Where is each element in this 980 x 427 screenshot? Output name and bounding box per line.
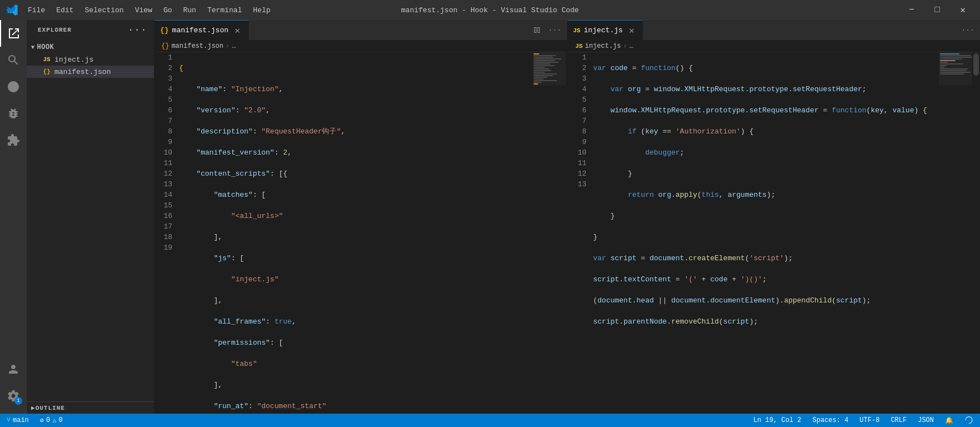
- code-content-left: { "name": "Injection", "version": "2.0",…: [177, 52, 533, 414]
- scrollbar-thumb-right[interactable]: [973, 53, 979, 76]
- scrollbar-right[interactable]: [972, 52, 980, 414]
- tab-manifest-close[interactable]: ✕: [232, 25, 243, 36]
- spaces-text: Spaces: 4: [813, 416, 849, 424]
- activity-bar-top: [0, 20, 27, 153]
- git-branch[interactable]: ⑂ main: [4, 414, 31, 427]
- activity-debug[interactable]: [0, 100, 27, 127]
- no-sync-icon[interactable]: [962, 414, 976, 427]
- language-mode[interactable]: JSON: [916, 414, 936, 427]
- activity-explorer[interactable]: [0, 20, 27, 47]
- more-actions-left[interactable]: ···: [547, 22, 563, 38]
- manifest-filename: manifest.json: [54, 68, 111, 76]
- tab-bar-container: {} manifest.json ✕ ··· JS inject.js ✕: [155, 20, 980, 40]
- tab-manifest[interactable]: {} manifest.json ✕: [155, 20, 249, 40]
- sidebar-header: Explorer ···: [27, 20, 154, 40]
- editor-area: {} manifest.json ✕ ··· JS inject.js ✕: [155, 20, 980, 414]
- breadcrumb-sep-right: ›: [623, 42, 627, 50]
- line-numbers-left: 12345 678910 1112131415 16171819: [155, 52, 177, 414]
- code-editor-left[interactable]: 12345 678910 1112131415 16171819 { "name…: [155, 52, 566, 414]
- activity-extensions[interactable]: [0, 127, 27, 153]
- sidebar: Explorer ··· ▼ HOOK JS inject.js {} mani…: [27, 20, 155, 414]
- warning-count: 0: [58, 416, 62, 424]
- editor-panel-right: JS inject.js › … 12345 678910 111213 var…: [569, 40, 980, 414]
- minimize-button[interactable]: −: [899, 0, 924, 20]
- activity-bar-bottom: 1: [0, 356, 27, 414]
- folder-arrow: ▼: [31, 44, 35, 51]
- breadcrumb-sep: ›: [226, 42, 230, 50]
- menu-go[interactable]: Go: [158, 4, 178, 17]
- breadcrumb-left-file[interactable]: manifest.json: [171, 42, 223, 50]
- encoding-text: UTF-8: [859, 416, 879, 424]
- menu-terminal[interactable]: Terminal: [202, 4, 247, 17]
- tab-manifest-label: manifest.json: [172, 26, 228, 34]
- left-tab-actions: ···: [525, 20, 567, 40]
- explorer-title: Explorer: [38, 27, 72, 33]
- line-ending-text: CRLF: [891, 416, 907, 424]
- right-tab-bar: JS inject.js ✕ ···: [568, 20, 980, 40]
- activity-source-control[interactable]: [0, 73, 27, 100]
- explorer-menu[interactable]: ···: [128, 25, 147, 35]
- split-editor-button[interactable]: [529, 22, 545, 38]
- menu-view[interactable]: View: [130, 4, 158, 17]
- maximize-button[interactable]: □: [924, 0, 950, 20]
- menu-edit[interactable]: Edit: [51, 4, 79, 17]
- menu-selection[interactable]: Selection: [79, 4, 129, 17]
- inject-filename: inject.js: [54, 56, 93, 64]
- tab-manifest-icon: {}: [160, 26, 169, 34]
- minimap-left: [533, 52, 566, 414]
- indentation[interactable]: Spaces: 4: [810, 414, 851, 427]
- tab-inject-label: inject.js: [584, 26, 623, 34]
- json-file-icon: {}: [42, 67, 51, 76]
- title-bar-menu: File Edit Selection View Go Run Terminal…: [22, 4, 276, 17]
- title-bar-left: File Edit Selection View Go Run Terminal…: [4, 2, 276, 18]
- notifications-icon[interactable]: 🔔: [943, 414, 956, 427]
- line-numbers-right: 12345 678910 111213: [569, 52, 591, 414]
- outline-arrow: ▶: [31, 404, 36, 411]
- sidebar-folder[interactable]: ▼ HOOK: [27, 41, 154, 53]
- language-text: JSON: [918, 416, 934, 424]
- encoding[interactable]: UTF-8: [857, 414, 882, 427]
- sidebar-file-inject[interactable]: JS inject.js: [27, 53, 154, 66]
- line-ending[interactable]: CRLF: [888, 414, 909, 427]
- sidebar-section: ▼ HOOK JS inject.js {} manifest.json: [27, 40, 154, 79]
- bell-icon: 🔔: [945, 416, 953, 425]
- breadcrumb-json-icon: {}: [161, 42, 169, 50]
- window-title: manifest.json - Hook - Visual Studio Cod…: [401, 6, 579, 14]
- git-icon: ⑂: [7, 416, 11, 424]
- breadcrumb-right-path[interactable]: …: [629, 42, 633, 50]
- main-layout: 1 Explorer ··· ▼ HOOK JS inject.js {} ma…: [0, 20, 980, 414]
- position-text: Ln 19, Col 2: [753, 416, 801, 424]
- breadcrumb-right-file[interactable]: inject.js: [585, 42, 621, 50]
- warning-icon: ⚠: [52, 416, 56, 425]
- breadcrumb-left-path[interactable]: …: [232, 42, 236, 50]
- status-bar: ⑂ main ⊘ 0 ⚠ 0 Ln 19, Col 2 Spaces: 4 UT…: [0, 414, 980, 427]
- settings-badge: 1: [14, 397, 22, 405]
- outline-header[interactable]: ▶ OUTLINE: [27, 401, 154, 414]
- sidebar-file-manifest[interactable]: {} manifest.json: [27, 66, 154, 78]
- cursor-position[interactable]: Ln 19, Col 2: [751, 414, 803, 427]
- tab-inject[interactable]: JS inject.js ✕: [568, 20, 643, 40]
- errors-warnings[interactable]: ⊘ 0 ⚠ 0: [38, 414, 65, 427]
- outline-section: ▶ OUTLINE: [27, 401, 154, 414]
- breadcrumb-right: JS inject.js › …: [569, 40, 980, 52]
- left-tab-bar: {} manifest.json ✕ ···: [155, 20, 568, 40]
- minimap-right: [939, 52, 972, 414]
- more-actions-right[interactable]: ···: [960, 22, 976, 38]
- status-bar-right: Ln 19, Col 2 Spaces: 4 UTF-8 CRLF JSON 🔔: [751, 414, 976, 427]
- breadcrumb-left: {} manifest.json › …: [155, 40, 566, 52]
- menu-help[interactable]: Help: [247, 4, 276, 17]
- tab-inject-close[interactable]: ✕: [626, 25, 637, 36]
- error-count: 0: [46, 416, 50, 424]
- menu-run[interactable]: Run: [177, 4, 201, 17]
- window-controls: − □ ✕: [899, 0, 976, 20]
- activity-search[interactable]: [0, 47, 27, 73]
- activity-bar: 1: [0, 20, 27, 414]
- status-bar-left: ⑂ main ⊘ 0 ⚠ 0: [4, 414, 65, 427]
- git-branch-name: main: [13, 416, 29, 424]
- activity-account[interactable]: [0, 356, 27, 383]
- close-button[interactable]: ✕: [950, 0, 976, 20]
- code-editor-right[interactable]: 12345 678910 111213 var code = function(…: [569, 52, 980, 414]
- editor-panel-left: {} manifest.json › … 12345 678910 111213…: [155, 40, 566, 414]
- menu-file[interactable]: File: [22, 4, 51, 17]
- activity-settings[interactable]: 1: [0, 383, 27, 409]
